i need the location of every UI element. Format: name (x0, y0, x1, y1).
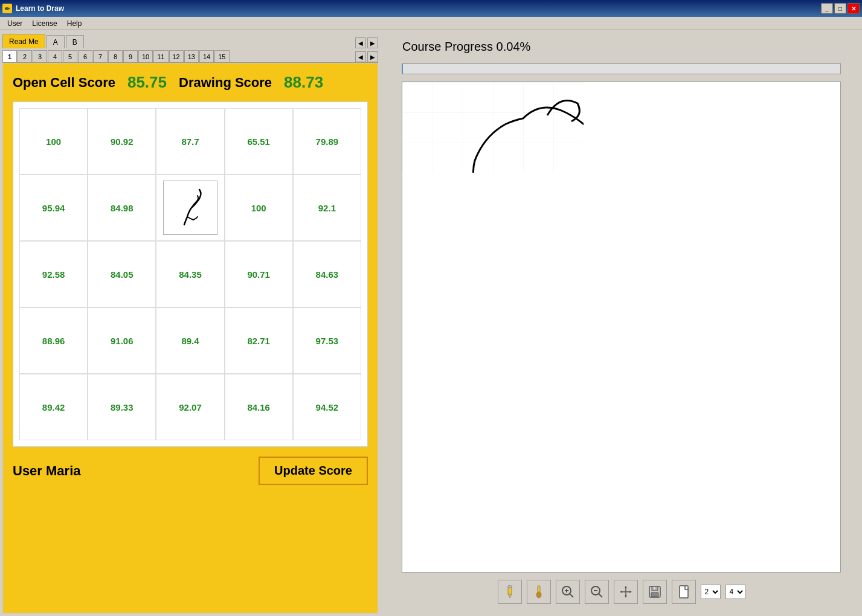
menu-license[interactable]: License (27, 18, 62, 29)
menu-user[interactable]: User (2, 18, 27, 29)
update-score-button[interactable]: Update Score (259, 457, 368, 485)
grid-cell-4-0[interactable]: 89.42 (19, 374, 88, 440)
page-tab-row: 1 2 3 4 5 6 7 8 9 10 11 12 13 14 15 ◀ ▶ (2, 48, 378, 63)
progress-bar-container (402, 63, 841, 74)
page-tab-7[interactable]: 7 (93, 50, 108, 62)
svg-line-15 (599, 594, 602, 597)
grid-cell-3-3[interactable]: 82.71 (225, 307, 293, 374)
pencil-icon (503, 585, 517, 599)
drawing-canvas[interactable] (402, 82, 841, 573)
page-tab-2[interactable]: 2 (18, 50, 32, 62)
select2-container: 4 5 6 7 (725, 585, 745, 599)
grid-cell-4-1[interactable]: 89.33 (88, 374, 156, 440)
title-bar: ✏ Learn to Draw _ □ ✕ (0, 0, 862, 17)
grid-cell-1-0[interactable]: 95.94 (19, 175, 88, 241)
page-tab-12[interactable]: 12 (169, 50, 184, 62)
tab-container: Read Me A B ◀ ▶ 1 2 3 4 5 6 (2, 33, 378, 63)
open-cell-label: Open Cell Score (13, 75, 115, 91)
zoom-in-icon (561, 585, 575, 599)
page-tab-5[interactable]: 5 (63, 50, 77, 62)
grid-cell-0-3[interactable]: 65.51 (225, 108, 293, 175)
tab-b[interactable]: B (66, 35, 84, 48)
menu-bar: User License Help (0, 17, 862, 30)
score-header: Open Cell Score 85.75 Drawing Score 88.7… (13, 73, 368, 92)
grid-cell-0-0[interactable]: 100 (19, 108, 88, 175)
page-nav-right[interactable]: ▶ (367, 51, 378, 62)
brush-tool[interactable] (527, 580, 551, 604)
zoom-out-icon (590, 585, 604, 599)
grid-cell-0-4[interactable]: 79.89 (293, 108, 361, 175)
grid-cell-0-2[interactable]: 87.7 (156, 108, 224, 175)
grid-cell-2-2[interactable]: 84.35 (156, 241, 224, 307)
move-tool[interactable] (614, 580, 638, 604)
bottom-bar: User Maria Update Score (13, 457, 368, 485)
svg-line-11 (570, 594, 573, 597)
grid-cell-3-4[interactable]: 97.53 (293, 307, 361, 374)
svg-marker-6 (508, 594, 512, 598)
page-tab-1[interactable]: 1 (2, 50, 17, 62)
grid-cell-2-1[interactable]: 84.05 (88, 241, 156, 307)
page-tab-14[interactable]: 14 (199, 50, 214, 62)
grid-cell-0-1[interactable]: 90.92 (88, 108, 156, 175)
grid-svg (402, 82, 584, 173)
tab-nav-right[interactable]: ▶ (367, 37, 378, 48)
page-nav: ◀ ▶ (355, 51, 378, 62)
page-tool[interactable] (672, 580, 696, 604)
close-button[interactable]: ✕ (848, 3, 860, 14)
score-grid: 100 90.92 87.7 65.51 79.89 95.94 84.98 (19, 108, 361, 440)
svg-point-9 (536, 592, 541, 598)
brush-icon (532, 585, 546, 599)
draw-toolbar: 2 3 4 5 4 5 6 7 (495, 577, 748, 606)
zoom-out-button[interactable] (585, 580, 609, 604)
drawing-value: 88.73 (284, 73, 323, 92)
grid-cell-4-4[interactable]: 94.52 (293, 374, 361, 440)
grid-cell-1-4[interactable]: 92.1 (293, 175, 361, 241)
grid-cell-3-0[interactable]: 88.96 (19, 307, 88, 374)
zoom-in-button[interactable] (556, 580, 580, 604)
tab-nav: ◀ ▶ (355, 37, 378, 48)
save-tool[interactable] (643, 580, 667, 604)
score-grid-container: 100 90.92 87.7 65.51 79.89 95.94 84.98 (13, 101, 368, 447)
drawing-svg (166, 184, 214, 232)
page-nav-left[interactable]: ◀ (355, 51, 366, 62)
page-tab-3[interactable]: 3 (33, 50, 47, 62)
page-tab-8[interactable]: 8 (108, 50, 123, 62)
grid-cell-3-2[interactable]: 89.4 (156, 307, 224, 374)
grid-cell-2-0[interactable]: 92.58 (19, 241, 88, 307)
page-tab-11[interactable]: 11 (153, 50, 168, 62)
grid-cell-4-3[interactable]: 84.16 (225, 374, 293, 440)
menu-help[interactable]: Help (62, 18, 87, 29)
svg-rect-27 (680, 586, 688, 598)
drawing-label: Drawing Score (179, 75, 272, 91)
brush-size-select[interactable]: 4 5 6 7 (725, 585, 745, 599)
app-title: Learn to Draw (16, 4, 64, 13)
page-tab-9[interactable]: 9 (123, 50, 138, 62)
svg-rect-7 (508, 586, 512, 588)
pencil-tool[interactable] (498, 580, 522, 604)
grid-cell-1-2-drawing[interactable] (156, 175, 224, 241)
right-panel: Course Progress 0.04% (381, 30, 862, 616)
grid-cell-2-4[interactable]: 84.63 (293, 241, 361, 307)
svg-rect-0 (402, 82, 584, 173)
grid-cell-1-3[interactable]: 100 (225, 175, 293, 241)
svg-rect-25 (651, 592, 658, 597)
page-tab-4[interactable]: 4 (48, 50, 62, 62)
page-tab-10[interactable]: 10 (138, 50, 153, 62)
grid-cell-1-1[interactable]: 84.98 (88, 175, 156, 241)
tab-read-me[interactable]: Read Me (2, 34, 45, 48)
main-content: Read Me A B ◀ ▶ 1 2 3 4 5 6 (0, 30, 862, 616)
page-tab-6[interactable]: 6 (78, 50, 92, 62)
pen-size-select[interactable]: 2 3 4 5 (701, 585, 721, 599)
move-icon (619, 585, 633, 599)
grid-cell-2-3[interactable]: 90.71 (225, 241, 293, 307)
maximize-button[interactable]: □ (834, 3, 846, 14)
tab-a[interactable]: A (47, 35, 65, 48)
open-cell-value: 85.75 (127, 73, 167, 92)
tab-nav-left[interactable]: ◀ (355, 37, 366, 48)
page-tab-13[interactable]: 13 (184, 50, 199, 62)
app-icon: ✏ (2, 4, 12, 13)
page-tab-15[interactable]: 15 (214, 50, 229, 62)
grid-cell-4-2[interactable]: 92.07 (156, 374, 224, 440)
grid-cell-3-1[interactable]: 91.06 (88, 307, 156, 374)
minimize-button[interactable]: _ (821, 3, 833, 14)
